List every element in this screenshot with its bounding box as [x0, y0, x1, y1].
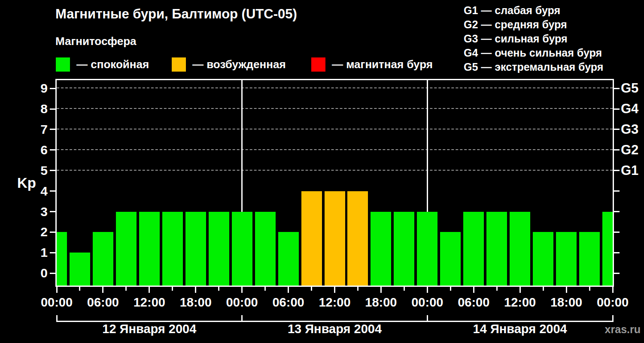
y-axis-label: 3 [23, 205, 48, 219]
gridline-kp8 [57, 108, 613, 109]
x-axis-time-label: 00:00 [33, 296, 80, 309]
kp-bar [185, 212, 206, 286]
date-label: 13 Января 2004 [249, 322, 421, 336]
x-axis-time-label: 18:00 [543, 296, 590, 309]
y-axis-tick [50, 273, 55, 274]
x-axis-major-tick [149, 287, 150, 293]
plot-area [55, 79, 614, 287]
x-axis-time-label: 06:00 [79, 296, 127, 309]
y-axis-tick [50, 170, 55, 171]
gridline-kp6 [57, 149, 613, 150]
kp-bar [533, 232, 553, 286]
y-axis-label: 2 [23, 225, 48, 239]
x-axis-major-tick [612, 287, 614, 293]
y-axis-label: 4 [23, 184, 48, 198]
g-legend-line: G5 — экстремальная буря [464, 60, 603, 74]
x-axis-minor-tick [172, 287, 173, 291]
kp-bar [347, 191, 368, 286]
kp-bar [371, 212, 391, 286]
chart-title: Магнитные бури, Балтимор (UTC-05) [55, 7, 297, 21]
g-axis-label: G4 [621, 102, 644, 116]
x-axis-major-tick [241, 287, 243, 293]
date-bracket-tick [56, 315, 58, 322]
g-axis-label: G2 [621, 143, 644, 157]
kp-bar [301, 191, 322, 286]
y-axis-label: 8 [23, 102, 48, 116]
g-axis-label: G1 [621, 164, 644, 178]
y-axis-tick-right [614, 190, 620, 192]
x-axis-time-label: 00:00 [404, 296, 451, 309]
g-legend-line: G4 — очень сильная буря [464, 46, 603, 60]
date-bracket-tick [241, 315, 243, 322]
date-bracket-tick [427, 315, 428, 322]
kp-bar [394, 212, 414, 286]
x-axis-minor-tick [450, 287, 451, 291]
date-label: 12 Января 2004 [64, 322, 235, 336]
y-axis-tick-right [614, 273, 620, 274]
x-axis-minor-tick [543, 287, 544, 291]
y-axis-label: 0 [23, 266, 48, 280]
x-axis-minor-tick [125, 287, 127, 291]
kp-bar [209, 212, 229, 286]
storm-swatch [311, 57, 325, 72]
x-axis-minor-tick [496, 287, 498, 291]
x-axis-minor-tick [79, 287, 80, 291]
x-axis-major-tick [195, 287, 196, 293]
y-axis-tick-right [614, 232, 620, 233]
magnetosphere-label: Магнитосфера [55, 34, 137, 48]
gridline-kp9 [57, 87, 613, 88]
kp-bar [556, 232, 577, 286]
x-axis-major-tick [380, 287, 382, 293]
y-axis-label: 9 [23, 81, 48, 95]
calm-swatch [56, 57, 70, 72]
x-axis-major-tick [56, 287, 58, 293]
kp-bar [325, 191, 345, 286]
x-axis-major-tick [473, 287, 474, 293]
g-axis-label: G3 [621, 123, 644, 136]
kp-bar [440, 232, 461, 286]
y-axis-tick [50, 129, 55, 130]
kp-bar [70, 253, 90, 286]
gridline-kp7 [57, 129, 613, 129]
g-legend-line: G3 — сильная буря [464, 32, 603, 46]
x-axis-time-label: 18:00 [172, 296, 219, 309]
y-axis-label: 6 [23, 143, 48, 157]
legend-item-calm: — спокойная [56, 57, 149, 72]
y-axis-label: 1 [23, 246, 48, 259]
y-axis-tick [50, 108, 55, 110]
y-axis-tick [50, 190, 55, 192]
x-axis-minor-tick [264, 287, 266, 291]
x-axis-minor-tick [218, 287, 219, 291]
x-axis-minor-tick [357, 287, 358, 291]
y-axis-tick [50, 211, 55, 212]
legend-label: — спокойная [76, 57, 149, 72]
legend-label: — магнитная буря [332, 57, 433, 72]
kp-bar [55, 232, 67, 286]
y-axis-tick [50, 149, 55, 150]
kp-bar [93, 232, 113, 286]
x-axis-minor-tick [311, 287, 312, 291]
y-axis-tick [50, 232, 55, 233]
x-axis-time-label: 00:00 [219, 296, 266, 309]
x-axis-major-tick [566, 287, 567, 293]
x-axis-major-tick [427, 287, 428, 293]
g-scale-legend: G1 — слабая буряG2 — средняя буряG3 — си… [464, 3, 603, 74]
y-axis-label: 5 [23, 164, 48, 178]
x-axis-major-tick [519, 287, 521, 293]
x-axis-minor-tick [404, 287, 405, 291]
g-legend-line: G2 — средняя буря [464, 18, 603, 32]
magnetic-storm-chart: Магнитные бури, Балтимор (UTC-05) Магнит… [0, 0, 644, 343]
kp-bar [463, 212, 484, 286]
y-axis-tick-right [614, 211, 620, 212]
excited-swatch [172, 57, 186, 72]
y-axis-tick-right [614, 88, 620, 89]
y-axis-tick [50, 252, 55, 253]
kp-bar [255, 212, 276, 286]
y-axis-tick-right [614, 108, 620, 110]
x-axis-time-label: 12:00 [126, 296, 173, 309]
kp-bar [579, 232, 600, 286]
y-axis-tick-right [614, 252, 620, 253]
legend-item-storm: — магнитная буря [311, 57, 433, 72]
y-axis-tick-right [614, 149, 620, 150]
y-axis-tick-right [614, 129, 620, 130]
